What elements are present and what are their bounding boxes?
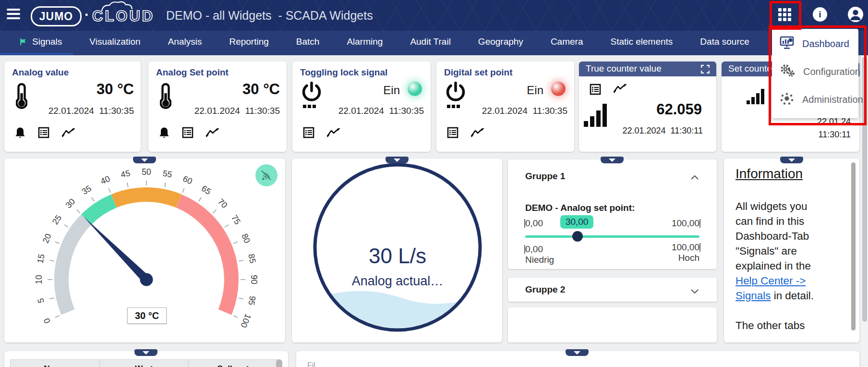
logo-separator: · (84, 7, 89, 23)
collapse-tab[interactable] (601, 157, 624, 163)
info-line: Signals in detail. (735, 288, 814, 303)
collapse-tab[interactable] (386, 157, 409, 163)
tab-data-source[interactable]: Data source (700, 37, 749, 47)
cloud-wordmark: CLOUD (92, 8, 155, 25)
slider-signal-label: DEMO - Analog set point: (525, 203, 635, 213)
tab-camera[interactable]: Camera (551, 37, 583, 47)
widget-title: True counter value (586, 63, 662, 74)
tab-geography[interactable]: Geography (478, 37, 523, 47)
menu-item-dashboard[interactable]: Dashboard (772, 30, 858, 58)
alarm-bell-icon[interactable] (15, 127, 25, 140)
collapse-tab[interactable] (134, 349, 157, 356)
fullscreen-icon[interactable] (701, 65, 710, 75)
power-icon (445, 82, 466, 110)
tab-alarming[interactable]: Alarming (347, 37, 383, 47)
page-title: DEMO - all Widgets - SCADA Widgets (166, 9, 373, 23)
info-line: All widgets you (735, 199, 814, 214)
svg-text:30: 30 (63, 196, 77, 210)
slider-thumb[interactable] (572, 231, 583, 242)
apps-dropdown-menu: DashboardConfigurationAdministration (772, 29, 858, 118)
table-scrollbar[interactable] (276, 359, 282, 367)
status-light (551, 82, 566, 96)
network-icon (780, 92, 794, 107)
svg-text:25: 25 (50, 213, 63, 226)
nav-tabs: SignalsVisualizationAnalysisReportingBat… (0, 31, 868, 53)
menu-item-configuration[interactable]: Configuration (772, 58, 858, 86)
svg-text:50: 50 (142, 167, 151, 177)
flag-icon (18, 37, 28, 47)
widget-digital-set-point: Digital set point Ein 22.01.2024 11:30:3… (436, 61, 574, 152)
signal-timestamp: 22.01.2024 11:30:35 (338, 106, 424, 116)
slider-track[interactable] (525, 235, 699, 238)
info-line: "Signals" are (735, 244, 814, 258)
tab-analysis[interactable]: Analysis (168, 37, 202, 47)
table-column-wert: Wert (99, 360, 189, 367)
slider-max-label: 100,00 (672, 218, 700, 229)
tab-audit-trail[interactable]: Audit Trail (410, 37, 450, 47)
info-icon[interactable]: i (813, 7, 827, 22)
widget-group-2[interactable]: Gruppe 2 (508, 278, 717, 302)
widget-toggling-lock-signal: Toggling lock signal Ein 22.01.2024 11:3… (292, 61, 431, 152)
widget-title: Toggling lock signal (300, 67, 387, 78)
slider-min-label: 0,00 (524, 218, 543, 229)
hamburger-menu-icon[interactable] (7, 9, 21, 21)
chevron-down-icon[interactable] (691, 287, 699, 295)
gauge-value-box: 30 °C (127, 307, 167, 324)
trend-chart-icon[interactable] (62, 128, 75, 139)
menu-item-administration[interactable]: Administration (772, 86, 858, 113)
bar-chart-icon (584, 102, 613, 129)
tab-static-elements[interactable]: Static elements (610, 37, 673, 47)
svg-text:20: 20 (41, 232, 53, 245)
widget-title: Analog value (12, 67, 69, 78)
info-heading: Information (735, 166, 803, 182)
signal-value: 30 °C (96, 81, 134, 98)
value-list-icon[interactable] (447, 127, 458, 140)
help-center-link[interactable]: Signals (735, 290, 771, 302)
info-line (735, 303, 814, 318)
tab-signals[interactable]: Signals (18, 37, 62, 47)
collapse-tab[interactable] (133, 157, 156, 163)
collapse-tab[interactable] (780, 157, 803, 163)
widget-analog-set-point: Analog Set point 30 °C 22.01.2024 11:30:… (148, 61, 287, 152)
widget-group-1: Gruppe 1 DEMO - Analog set point: 0,00 1… (508, 159, 717, 269)
collapse-tab[interactable] (566, 349, 589, 356)
widget-information: Information All widgets youcan find in t… (724, 159, 859, 343)
svg-text:80: 80 (240, 232, 252, 245)
info-line: explained in the (735, 258, 814, 273)
svg-text:40: 40 (99, 174, 111, 186)
svg-text:70: 70 (216, 196, 229, 210)
value-list-icon[interactable] (590, 84, 601, 97)
svg-text:75: 75 (229, 213, 242, 226)
trend-chart-icon[interactable] (206, 128, 219, 139)
svg-text:45: 45 (120, 168, 131, 179)
chevron-up-icon[interactable] (691, 173, 699, 182)
apps-grid-icon[interactable] (774, 4, 795, 25)
value-list-icon[interactable] (38, 127, 49, 140)
help-center-link[interactable]: Help Center -> (735, 275, 806, 287)
tab-visualization[interactable]: Visualization (89, 37, 140, 47)
app-header: JUMO · CLOUD DEMO - all Widgets - SCADA … (0, 0, 868, 31)
table-column-name: Name (11, 360, 99, 367)
alarm-bell-icon[interactable] (159, 127, 169, 140)
svg-text:85: 85 (246, 253, 257, 264)
trend-chart-icon[interactable] (471, 128, 484, 139)
value-list-icon[interactable] (303, 127, 314, 140)
svg-text:60: 60 (181, 174, 194, 186)
widget-tank: 30 L/s Analog actual… (292, 159, 502, 343)
value-list-icon[interactable] (182, 127, 193, 140)
no-signal-icon (255, 164, 277, 186)
trend-chart-icon[interactable] (614, 84, 627, 97)
info-text: All widgets youcan find in thisDashboard… (735, 199, 814, 333)
tab-batch[interactable]: Batch (296, 37, 320, 47)
info-scrollbar[interactable] (851, 162, 856, 330)
trend-chart-icon[interactable] (327, 128, 340, 139)
table-column-sollwert: Sollwert (188, 360, 277, 367)
counter-value: 62.059 (656, 101, 702, 118)
scale-max: 100,00 (672, 242, 700, 253)
account-icon[interactable] (848, 7, 863, 22)
signal-state: Ein (383, 84, 400, 97)
counter-timestamp: 22.01.24 11:30:11 (817, 115, 851, 141)
tab-reporting[interactable]: Reporting (229, 37, 268, 47)
thermometer-icon (16, 83, 27, 112)
widget-group-empty (508, 307, 717, 343)
